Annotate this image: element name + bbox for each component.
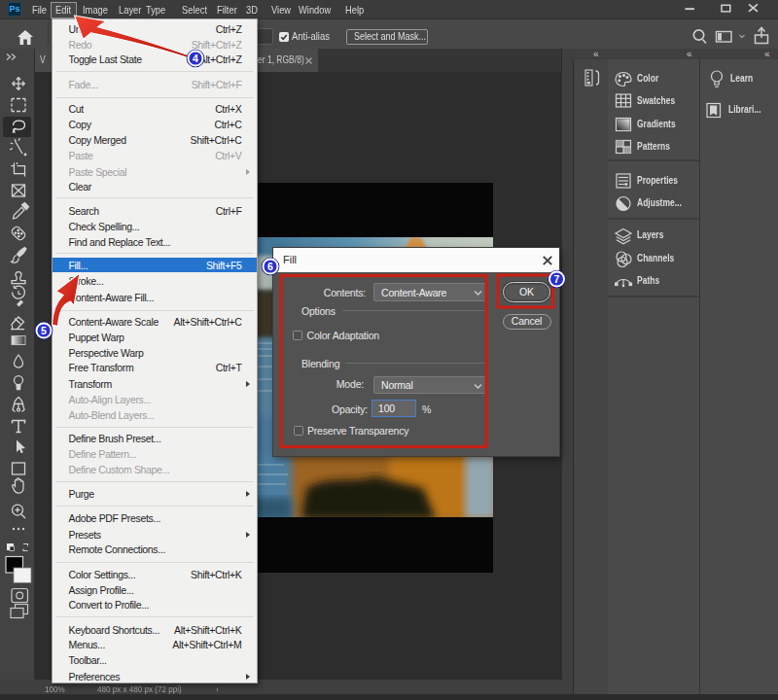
svg-text:7: 7 — [554, 273, 560, 285]
svg-text:6: 6 — [267, 261, 273, 272]
svg-text:4: 4 — [193, 52, 198, 64]
svg-text:5: 5 — [41, 325, 47, 336]
